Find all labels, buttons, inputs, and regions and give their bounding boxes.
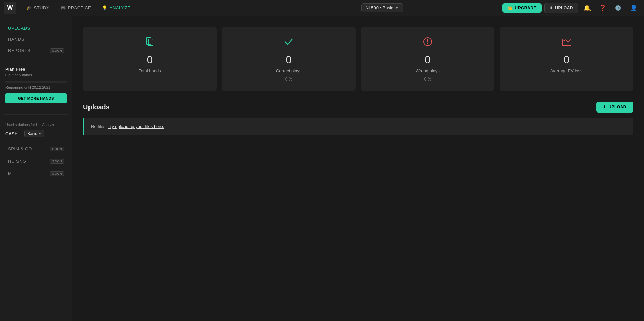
uploads-nav-label: UPLOADS <box>8 26 30 31</box>
upload-nav-icon: ⬆ <box>549 6 553 10</box>
solutions-title: Used solutions for HH Analyzer <box>5 123 67 127</box>
help-button[interactable]: ❓ <box>596 3 609 13</box>
app-logo: W <box>4 2 16 14</box>
sidebar-item-hands[interactable]: HANDS <box>4 34 68 44</box>
sidebar-item-mtt[interactable]: MTT soon <box>4 168 68 180</box>
main-layout: UPLOADS HANDS REPORTS soon Plan Free 0 o… <box>0 16 644 321</box>
sidebar-game-items: SPIN & GO soon HU SNG soon MTT soon <box>0 143 72 180</box>
total-hands-value: 0 <box>147 54 153 65</box>
hu-sng-soon-badge: soon <box>50 159 64 164</box>
cash-label: CASH <box>5 131 22 136</box>
user-icon: 👤 <box>630 5 637 11</box>
cash-row: CASH Basic ▼ <box>5 130 67 137</box>
upgrade-label: UPGRADE <box>515 6 536 10</box>
nav-items: 🎓 STUDY 🎮 PRACTICE 💡 ANALYZE ··· <box>22 3 262 13</box>
solutions-section: Used solutions for HH Analyzer CASH Basi… <box>0 123 72 139</box>
wrong-plays-value: 0 <box>425 54 431 65</box>
upload-nav-label: UPLOAD <box>555 6 573 10</box>
hands-nav-label: HANDS <box>8 37 24 42</box>
reports-nav-label: REPORTS <box>8 48 30 53</box>
upload-button[interactable]: ⬆ UPLOAD <box>596 102 633 113</box>
uploads-section-title: Uploads <box>83 103 110 111</box>
sidebar-divider-2 <box>4 114 68 115</box>
cash-type-selector[interactable]: Basic ▼ <box>24 130 44 137</box>
wrong-plays-sub: 0 % <box>424 77 431 82</box>
nav-right: 👑 UPGRADE ⬆ UPLOAD 🔔 ❓ ⚙️ 👤 <box>502 3 640 13</box>
study-icon: 🎓 <box>26 5 32 10</box>
plan-section: Plan Free 0 out of 5 hands Remaining unt… <box>0 67 72 103</box>
upgrade-button[interactable]: 👑 UPGRADE <box>502 3 542 13</box>
practice-icon: 🎮 <box>60 5 66 10</box>
nav-more-dots[interactable]: ··· <box>137 3 146 13</box>
remaining-text: Remaining until 20.12.2021 <box>5 85 67 89</box>
nav-item-analyze[interactable]: 💡 ANALYZE <box>97 3 135 12</box>
correct-plays-label: Correct plays <box>276 68 302 73</box>
reports-soon-badge: soon <box>50 48 64 53</box>
user-button[interactable]: 👤 <box>627 3 640 13</box>
sidebar-nav: UPLOADS HANDS REPORTS soon <box>0 23 72 56</box>
gear-icon: ⚙️ <box>614 5 622 11</box>
analyze-icon: 💡 <box>102 5 108 10</box>
plan-title: Plan Free <box>5 67 67 72</box>
uploads-empty-state: No files. Try uploading your files here. <box>83 118 633 135</box>
correct-plays-sub: 0 % <box>285 77 292 82</box>
notifications-button[interactable]: 🔔 <box>581 3 594 13</box>
get-more-hands-button[interactable]: GET MORE HANDS <box>5 93 67 103</box>
spin-go-soon-badge: soon <box>50 147 64 151</box>
total-hands-label: Total hands <box>139 68 161 73</box>
wrong-plays-icon <box>422 36 433 50</box>
mtt-label: MTT <box>8 171 17 176</box>
top-nav: W 🎓 STUDY 🎮 PRACTICE 💡 ANALYZE ··· NL500… <box>0 0 644 16</box>
stat-card-average-ev: 0 Average EV loss <box>500 27 633 91</box>
correct-plays-icon <box>283 36 294 50</box>
bell-icon: 🔔 <box>583 5 591 11</box>
mtt-soon-badge: soon <box>50 171 64 176</box>
profile-selector-chevron: ▼ <box>395 6 399 10</box>
sidebar-item-reports[interactable]: REPORTS soon <box>4 45 68 56</box>
cash-type-chevron: ▼ <box>38 132 41 135</box>
uploads-empty-link[interactable]: Try uploading your files here. <box>108 124 164 129</box>
crown-icon: 👑 <box>508 6 513 10</box>
progress-bar-track <box>5 81 67 83</box>
nav-practice-label: PRACTICE <box>68 5 92 10</box>
stats-row: 0 Total hands 0 Correct plays 0 % <box>83 27 633 91</box>
uploads-empty-text: No files. <box>91 124 107 129</box>
sidebar-divider-1 <box>4 61 68 61</box>
spin-go-label: SPIN & GO <box>8 146 32 151</box>
uploads-header: Uploads ⬆ UPLOAD <box>83 102 633 113</box>
stat-card-correct-plays: 0 Correct plays 0 % <box>222 27 356 91</box>
cash-type-label: Basic <box>27 131 37 136</box>
hu-sng-label: HU SNG <box>8 159 26 164</box>
sidebar-item-hu-sng[interactable]: HU SNG soon <box>4 155 68 167</box>
nav-study-label: STUDY <box>34 5 50 10</box>
sidebar: UPLOADS HANDS REPORTS soon Plan Free 0 o… <box>0 16 72 321</box>
total-hands-icon <box>144 36 155 50</box>
sidebar-item-spin-go[interactable]: SPIN & GO soon <box>4 143 68 155</box>
average-ev-icon <box>561 36 572 50</box>
stat-card-total-hands: 0 Total hands <box>83 27 217 91</box>
svg-point-4 <box>427 43 428 44</box>
profile-selector-label: NL500 • Basic <box>366 5 393 10</box>
stat-card-wrong-plays: 0 Wrong plays 0 % <box>361 27 495 91</box>
average-ev-label: Average EV loss <box>550 68 583 73</box>
wrong-plays-label: Wrong plays <box>416 68 440 73</box>
help-icon: ❓ <box>599 5 606 11</box>
nav-item-practice[interactable]: 🎮 PRACTICE <box>56 3 96 12</box>
main-content: 0 Total hands 0 Correct plays 0 % <box>72 16 644 321</box>
upload-icon: ⬆ <box>603 105 607 109</box>
nav-item-study[interactable]: 🎓 STUDY <box>22 3 54 12</box>
nav-analyze-label: ANALYZE <box>110 5 131 10</box>
plan-subtitle: 0 out of 5 hands <box>5 73 67 77</box>
sidebar-item-uploads[interactable]: UPLOADS <box>4 23 68 33</box>
upload-nav-button[interactable]: ⬆ UPLOAD <box>544 3 578 13</box>
profile-selector[interactable]: NL500 • Basic ▼ <box>361 3 403 12</box>
correct-plays-value: 0 <box>286 54 292 65</box>
upload-button-label: UPLOAD <box>608 105 627 109</box>
settings-button[interactable]: ⚙️ <box>612 3 624 13</box>
average-ev-value: 0 <box>564 54 570 65</box>
